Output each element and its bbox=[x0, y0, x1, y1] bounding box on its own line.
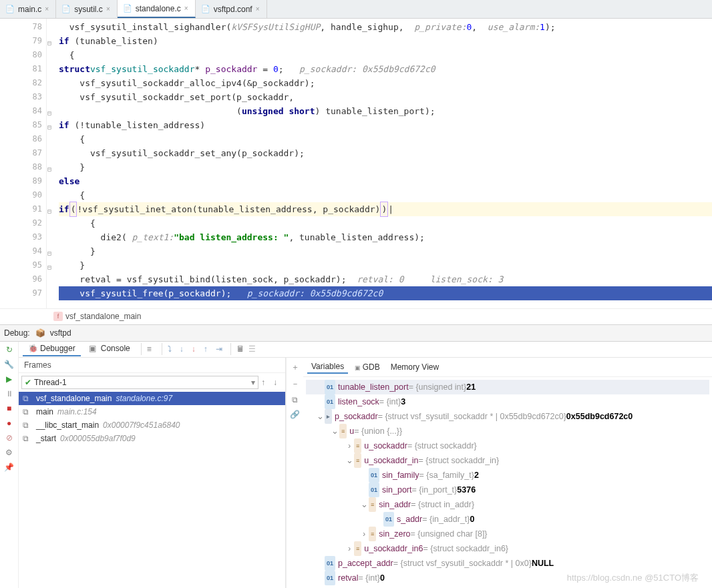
code-editor[interactable]: 7879⊟8081828384⊟85⊟868788⊟899091⊟929394⊟… bbox=[0, 19, 712, 308]
link-icon[interactable]: 🔗 bbox=[290, 410, 300, 419]
step-out-icon[interactable]: ↑ bbox=[204, 344, 213, 354]
debug-tool-window-header[interactable]: Debug: 📦 vsftpd bbox=[0, 324, 712, 342]
console-icon: ▣ bbox=[89, 344, 98, 353]
tab-standalone-c[interactable]: 📄standalone.c× bbox=[118, 0, 196, 18]
c-file-icon: 📄 bbox=[5, 5, 15, 14]
breadcrumb-function: vsf_standalone_main bbox=[65, 312, 141, 321]
variables-panel: Variables ▣ GDB Memory View 01tunable_li… bbox=[303, 358, 712, 588]
debug-panel: ↻ 🔧 ▶ ⏸ ■ ● ⊘ ⚙ 📌 🐞Debugger ▣Console ≡ ⤵… bbox=[0, 342, 712, 589]
variable-row[interactable]: ⌄≡u = {union {...}} bbox=[306, 424, 709, 438]
evaluate-icon[interactable]: 🖩 bbox=[236, 344, 246, 354]
check-icon: ✔ bbox=[25, 378, 31, 387]
close-icon[interactable]: × bbox=[184, 5, 188, 12]
stack-frame[interactable]: ⧉vsf_standalone_main standalone.c:97 bbox=[19, 392, 285, 405]
variable-row[interactable]: 01tunable_listen_port = {unsigned int} 2… bbox=[306, 380, 709, 394]
close-icon[interactable]: × bbox=[106, 5, 110, 13]
memory-view-tab[interactable]: Memory View bbox=[387, 361, 443, 373]
variable-row[interactable]: ⌄≡u_sockaddr_in = {struct sockaddr_in} bbox=[306, 453, 709, 468]
stack-frame[interactable]: ⧉_start 0x000055db9af7f0d9 bbox=[19, 432, 285, 445]
gear-icon[interactable]: ⚙ bbox=[4, 447, 15, 458]
run-to-cursor-icon[interactable]: ⇥ bbox=[216, 344, 225, 354]
conf-file-icon: 📄 bbox=[201, 5, 210, 14]
pin-icon[interactable]: 📌 bbox=[4, 462, 15, 473]
debug-label: Debug: bbox=[4, 328, 30, 338]
stack-frame[interactable]: ⧉main main.c:154 bbox=[19, 405, 285, 418]
variables-tab[interactable]: Variables bbox=[307, 360, 348, 374]
pause-icon[interactable]: ⏸ bbox=[4, 388, 15, 399]
console-tab[interactable]: ▣Console bbox=[83, 342, 136, 356]
debug-config-name: vsftpd bbox=[50, 328, 71, 338]
stack-frame[interactable]: ⧉__libc_start_main 0x00007f9c451a6840 bbox=[19, 418, 285, 432]
force-step-into-icon[interactable]: ↓ bbox=[192, 344, 201, 354]
next-frame-icon[interactable]: ↓ bbox=[273, 378, 283, 387]
settings2-icon[interactable]: ☰ bbox=[248, 344, 258, 354]
add-icon[interactable]: ＋ bbox=[291, 362, 299, 373]
frames-panel: Frames ✔ Thread-1 ▾ ↑ ↓ ⧉vsf_standalone_… bbox=[19, 358, 286, 588]
c-file-icon: 📄 bbox=[61, 5, 71, 14]
variable-row[interactable]: 01retval = {int} 0 bbox=[306, 571, 709, 585]
remove-icon[interactable]: － bbox=[291, 378, 299, 390]
copy-icon[interactable]: ⧉ bbox=[292, 395, 298, 404]
frame-side-icons: ＋ － ⧉ 🔗 bbox=[286, 358, 303, 588]
variable-row[interactable]: ›≡u_sockaddr = {struct sockaddr} bbox=[306, 438, 709, 453]
gdb-tab[interactable]: ▣ GDB bbox=[351, 361, 384, 373]
tab-vsftpd-conf[interactable]: 📄vsftpd.conf× bbox=[196, 0, 267, 18]
frames-title: Frames bbox=[19, 358, 285, 373]
debug-tabs: 🐞Debugger ▣Console ≡ ⤵ ↓ ↓ ↑ ⇥ 🖩 ☰ bbox=[19, 342, 712, 358]
variable-row[interactable]: 01listen_sock = {int} 3 bbox=[306, 394, 709, 409]
stop-icon[interactable]: ■ bbox=[4, 403, 15, 414]
c-file-icon: 📄 bbox=[123, 4, 132, 13]
variable-row[interactable]: 01sin_family = {sa_family_t} 2 bbox=[306, 468, 709, 483]
tab-sysutil-c[interactable]: 📄sysutil.c× bbox=[56, 0, 118, 18]
frame-list[interactable]: ⧉vsf_standalone_main standalone.c:97⧉mai… bbox=[19, 392, 285, 588]
variable-row[interactable]: 01sin_port = {in_port_t} 5376 bbox=[306, 483, 709, 497]
variable-row[interactable]: ⌄▸p_sockaddr = {struct vsf_sysutil_socka… bbox=[306, 409, 709, 424]
breadcrumb[interactable]: f vsf_standalone_main bbox=[0, 308, 712, 324]
tab-main-c[interactable]: 📄main.c× bbox=[0, 0, 56, 18]
editor-tabs: 📄main.c× 📄sysutil.c× 📄standalone.c× 📄vsf… bbox=[0, 0, 712, 19]
code-area[interactable]: vsf_sysutil_install_sighandler(kVSFSysUt… bbox=[47, 19, 712, 308]
variable-row[interactable]: 01p_accept_addr = {struct vsf_sysutil_so… bbox=[306, 556, 709, 571]
debugger-icon: 🐞 bbox=[28, 344, 37, 353]
debug-side-toolbar: ↻ 🔧 ▶ ⏸ ■ ● ⊘ ⚙ 📌 bbox=[0, 342, 19, 589]
function-icon: f bbox=[53, 312, 63, 321]
variable-row[interactable]: ›≡sin_zero = {unsigned char [8]} bbox=[306, 527, 709, 541]
settings-icon[interactable]: 🔧 bbox=[4, 359, 15, 370]
step-into-icon[interactable]: ↓ bbox=[180, 344, 189, 354]
run-config-icon: 📦 bbox=[35, 328, 45, 338]
variable-row[interactable]: 01s_addr = {in_addr_t} 0 bbox=[306, 512, 709, 527]
show-execution-point-icon[interactable]: ≡ bbox=[147, 344, 156, 354]
step-over-icon[interactable]: ⤵ bbox=[168, 344, 177, 354]
thread-selector[interactable]: ✔ Thread-1 ▾ bbox=[21, 376, 258, 389]
debugger-tab[interactable]: 🐞Debugger bbox=[23, 342, 81, 356]
chevron-down-icon: ▾ bbox=[251, 378, 255, 387]
close-icon[interactable]: × bbox=[256, 5, 260, 13]
close-icon[interactable]: × bbox=[45, 5, 49, 13]
mute-breakpoints-icon[interactable]: ⊘ bbox=[4, 432, 15, 443]
variable-row[interactable]: ›≡u_sockaddr_in6 = {struct sockaddr_in6} bbox=[306, 541, 709, 556]
view-breakpoints-icon[interactable]: ● bbox=[4, 418, 15, 428]
prev-frame-icon[interactable]: ↑ bbox=[261, 378, 271, 387]
line-gutter: 7879⊟8081828384⊟85⊟868788⊟899091⊟929394⊟… bbox=[0, 19, 47, 308]
variables-tree[interactable]: 01tunable_listen_port = {unsigned int} 2… bbox=[303, 377, 712, 588]
rerun-icon[interactable]: ↻ bbox=[4, 344, 15, 355]
resume-icon[interactable]: ▶ bbox=[4, 374, 15, 384]
variable-row[interactable]: ⌄≡sin_addr = {struct in_addr} bbox=[306, 497, 709, 512]
